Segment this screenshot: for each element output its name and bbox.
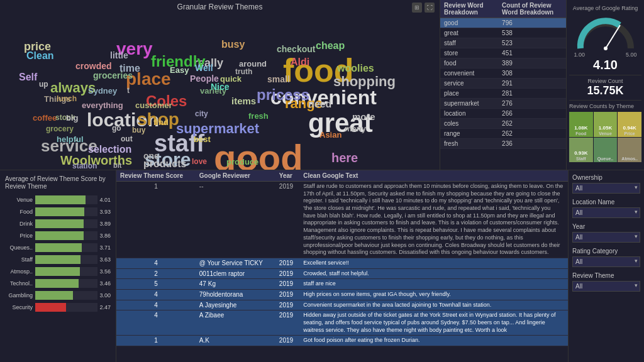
word-up[interactable]: up [39, 80, 48, 89]
word-cell: staff [440, 38, 498, 48]
word-out[interactable]: out [121, 134, 133, 143]
breakdown-row[interactable]: convenient308 [440, 69, 566, 79]
word-here[interactable]: here [331, 151, 358, 165]
breakdown-header-count: Count of Review Word Breakdown [498, 0, 566, 18]
gauge-range: 1.00 5.00 [574, 52, 637, 58]
word-asian[interactable]: Asian [319, 130, 341, 140]
word-easy[interactable]: Easy [170, 65, 189, 75]
data-table: Review Theme Score Google Reviewer Year … [116, 170, 568, 346]
breakdown-row[interactable]: service291 [440, 79, 566, 89]
filter-select-ownership[interactable]: All [572, 183, 640, 194]
breakdown-row[interactable]: great538 [440, 28, 566, 38]
word-cloud: foodgoodgreatconvenientstaffstoreplacese… [0, 14, 440, 170]
theme-cell-venue[interactable]: 1.05KVenue [594, 112, 618, 137]
word-lunch[interactable]: lunch [57, 94, 77, 103]
table-row[interactable]: 1 -- 2019 Staff are rude to customers an… [116, 182, 568, 258]
word-love[interactable]: love [192, 157, 207, 166]
word-customer[interactable]: customer [135, 101, 172, 110]
bar-row-venue: Venue 4.01 [5, 195, 111, 204]
word-more[interactable]: more [352, 111, 375, 122]
word-grocery[interactable]: grocery [46, 124, 74, 133]
word-cheap[interactable]: cheap [316, 40, 345, 52]
bar-label: Atmosp.. [5, 268, 35, 275]
filter-select-review-theme[interactable]: All [572, 281, 640, 292]
table-row[interactable]: 1 A.K 2019 Got food poison after eating … [116, 336, 568, 346]
table-row[interactable]: 2 0011clem raptor 2019 Crowded, staff no… [116, 268, 568, 279]
col-year: Year [275, 170, 299, 182]
word-groceries[interactable]: groceries [93, 70, 133, 80]
word-little[interactable]: little [110, 50, 128, 60]
filter-select-rating-category[interactable]: All [572, 256, 640, 267]
word-aldi[interactable]: Aldi [291, 57, 309, 68]
word-big[interactable]: big [66, 113, 79, 123]
theme-cell-staff[interactable]: 0.93KStaff [569, 138, 593, 163]
wordcloud-container: Granular Review Themes ⊞ ⛶ foodgoodgreat… [0, 0, 440, 170]
word-station[interactable]: station [72, 162, 97, 170]
word-sydney[interactable]: Sydney [88, 86, 117, 96]
word-crowded[interactable]: crowded [75, 61, 112, 71]
breakdown-row[interactable]: coles262 [440, 119, 566, 129]
word-selection[interactable]: selection [88, 144, 131, 155]
word-items[interactable]: items [231, 96, 256, 106]
word-small[interactable]: small [267, 74, 290, 84]
theme-cell-food[interactable]: 1.08KFood [569, 112, 593, 137]
theme-cell-atmos..[interactable]: Atmos.. [618, 138, 641, 163]
theme-cell-label: Staff [576, 156, 586, 161]
bar-chart-rows: Venue 4.01 Food 3.93 Drink 3.89 Price 3.… [5, 195, 111, 312]
word-helpful[interactable]: helpful [57, 134, 84, 144]
word-t[interactable]: t [127, 86, 130, 95]
word-busy[interactable]: busy [221, 39, 245, 50]
word-shopping[interactable]: shopping [333, 74, 396, 90]
bar-label: Food [5, 209, 35, 215]
word-people[interactable]: People [190, 74, 219, 84]
table-row[interactable]: 5 47 Kg 2019 staff are nice [116, 279, 568, 290]
breakdown-row[interactable]: store451 [440, 48, 566, 58]
word-need[interactable]: need [308, 99, 331, 110]
word-best[interactable]: best [194, 134, 211, 144]
breakdown-row[interactable]: place281 [440, 89, 566, 99]
breakdown-table: Review Word Breakdown Count of Review Wo… [440, 0, 566, 149]
word-bit[interactable]: bit [113, 162, 121, 169]
word-cell: food [440, 58, 498, 69]
breakdown-row[interactable]: staff523 [440, 38, 566, 48]
bar-track [35, 303, 97, 312]
breakdown-row[interactable]: location266 [440, 109, 566, 119]
table-row[interactable]: 4 A Jayesinghe 2019 Convenient supermark… [116, 300, 568, 310]
word-everything[interactable]: everything [82, 101, 123, 110]
word-cell: fresh [440, 139, 498, 149]
word-clean[interactable]: Clean [26, 50, 54, 62]
word-well[interactable]: Well [195, 63, 213, 73]
filter-select-location-name[interactable]: All [572, 207, 640, 218]
filter-icon[interactable]: ⊞ [412, 3, 422, 13]
word-find[interactable]: find [153, 118, 169, 127]
breakdown-row[interactable]: food389 [440, 58, 566, 69]
word-coffee[interactable]: coffee [33, 113, 57, 123]
table-row[interactable]: 4 A Zibaee 2019 Hidden away just outside… [116, 310, 568, 336]
word-go[interactable]: go [112, 124, 121, 133]
word-checkout[interactable]: checkout [277, 44, 315, 54]
breakdown-row[interactable]: supermarket276 [440, 99, 566, 109]
filter-label: Year [572, 223, 640, 230]
table-row[interactable]: 4 @ Your Service TICKY 2019 Excellent se… [116, 258, 568, 268]
word-city[interactable]: city [195, 109, 208, 118]
expand-icon[interactable]: ⛶ [425, 3, 435, 13]
theme-cell-price[interactable]: 0.94KPrice [618, 112, 641, 137]
word-one[interactable]: one [143, 151, 159, 161]
breakdown-row[interactable]: fresh236 [440, 139, 566, 149]
word-buy[interactable]: buy [132, 126, 145, 134]
word-truth[interactable]: truth [235, 67, 252, 76]
breakdown-row[interactable]: range262 [440, 129, 566, 139]
word-supermarket[interactable]: supermarket [176, 121, 259, 137]
data-table-container[interactable]: Review Theme Score Google Reviewer Year … [116, 170, 569, 362]
word-produce[interactable]: produce [226, 157, 258, 167]
word-many[interactable]: many [345, 124, 366, 133]
theme-cell-queue..[interactable]: Queue.. [594, 138, 618, 163]
word-self[interactable]: Self [19, 72, 37, 83]
col-text: Clean Google Text [299, 170, 568, 182]
table-row[interactable]: 4 79holdentorana 2019 High prices on som… [116, 289, 568, 300]
breakdown-row[interactable]: good796 [440, 18, 566, 28]
filter-select-year[interactable]: All [572, 232, 640, 243]
word-fresh[interactable]: fresh [248, 111, 269, 121]
reviewer-cell: -- [196, 182, 275, 258]
word-woolies[interactable]: woolies [337, 63, 374, 74]
